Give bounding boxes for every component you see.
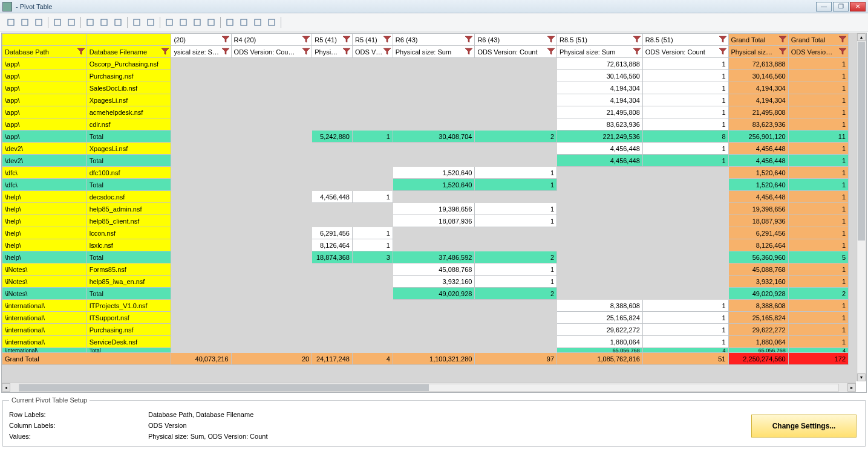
data-cell[interactable] (393, 324, 475, 336)
data-cell[interactable] (231, 118, 312, 131)
data-cell[interactable] (231, 70, 312, 82)
data-cell[interactable] (231, 336, 312, 348)
zoom-in-icon[interactable] (84, 16, 96, 28)
data-cell[interactable]: 1 (475, 276, 557, 288)
zoom-reset-icon[interactable] (112, 16, 124, 28)
data-cell[interactable]: 18,087,936 (728, 215, 788, 227)
row-path-cell[interactable]: \app\ (2, 82, 87, 94)
row-file-cell[interactable]: lccon.nsf (86, 227, 171, 239)
row-path-cell[interactable]: \dfc\ (2, 167, 87, 179)
row-path-cell[interactable]: \help\ (2, 203, 87, 215)
data-cell[interactable] (312, 118, 353, 131)
row-path-cell[interactable]: \dev2\ (2, 143, 87, 155)
data-cell[interactable] (352, 155, 393, 167)
data-cell[interactable]: 1 (642, 70, 728, 82)
data-cell[interactable] (352, 276, 393, 288)
data-cell[interactable]: 1 (475, 179, 557, 191)
close-button[interactable]: ✕ (850, 2, 866, 11)
data-cell[interactable] (231, 82, 312, 94)
column-group-header[interactable]: R6 (43) (475, 34, 557, 46)
row-path-cell[interactable]: \dfc\ (2, 179, 87, 191)
data-cell[interactable]: 1 (352, 239, 393, 251)
data-cell[interactable]: 1,520,640 (393, 167, 475, 179)
data-cell[interactable]: 5 (788, 251, 848, 263)
data-cell[interactable] (352, 203, 393, 215)
data-cell[interactable]: 1 (352, 227, 393, 239)
data-cell[interactable]: 49,020,928 (728, 288, 788, 300)
data-cell[interactable]: 30,146,560 (557, 70, 643, 82)
row-file-cell[interactable]: cdir.nsf (86, 118, 171, 131)
data-cell[interactable]: 1 (788, 58, 848, 70)
scroll-down-button[interactable]: ▾ (857, 373, 866, 381)
data-cell[interactable]: 72,613,888 (557, 58, 643, 70)
filter-icon[interactable] (161, 47, 169, 56)
minimize-button[interactable]: — (816, 2, 832, 11)
data-cell[interactable] (171, 324, 231, 336)
data-cell[interactable]: 30,408,704 (393, 131, 475, 143)
data-cell[interactable] (231, 300, 312, 312)
data-cell[interactable] (171, 167, 231, 179)
filter-icon[interactable] (383, 47, 391, 56)
data-cell[interactable]: 1 (788, 215, 848, 227)
data-cell[interactable]: 4,194,304 (557, 82, 643, 94)
data-cell[interactable]: 1 (642, 155, 728, 167)
data-cell[interactable]: 72,613,888 (728, 58, 788, 70)
data-cell[interactable]: 1 (788, 167, 848, 179)
filter-icon[interactable] (302, 35, 310, 44)
data-cell[interactable]: 45,088,768 (728, 263, 788, 276)
data-cell[interactable]: 1 (788, 336, 848, 348)
data-cell[interactable]: 1 (788, 155, 848, 167)
row-icon[interactable] (163, 16, 175, 28)
row-file-cell[interactable]: Total (86, 251, 171, 263)
chart-icon[interactable] (238, 16, 250, 28)
data-cell[interactable] (312, 58, 353, 70)
data-cell[interactable]: 6,291,456 (728, 227, 788, 239)
data-cell[interactable] (393, 118, 475, 131)
data-cell[interactable] (642, 167, 728, 179)
paste-icon[interactable] (33, 16, 45, 28)
filter-icon[interactable] (547, 47, 555, 56)
data-cell[interactable] (171, 336, 231, 348)
data-cell[interactable] (231, 348, 312, 353)
data-cell[interactable] (312, 143, 353, 155)
data-cell[interactable] (171, 82, 231, 94)
row-path-cell[interactable]: \app\ (2, 106, 87, 118)
value-column-header[interactable]: Physical size: Sum (557, 46, 643, 58)
data-cell[interactable]: 4,456,448 (728, 191, 788, 203)
column-group-header[interactable]: Grand Total (728, 34, 788, 46)
row-file-cell[interactable]: help85_iwa_en.nsf (86, 276, 171, 288)
data-cell[interactable] (231, 324, 312, 336)
data-cell[interactable]: 1 (642, 336, 728, 348)
value-column-header[interactable]: ODS V… (352, 46, 393, 58)
data-cell[interactable] (557, 203, 643, 215)
save-icon[interactable] (65, 16, 77, 28)
row-file-cell[interactable]: Purchasing.nsf (86, 324, 171, 336)
data-cell[interactable] (475, 324, 557, 336)
data-cell[interactable]: 83,623,936 (728, 118, 788, 131)
data-cell[interactable] (557, 227, 643, 239)
data-cell[interactable]: 1 (788, 324, 848, 336)
data-cell[interactable]: 1,520,640 (393, 179, 475, 191)
row-path-cell[interactable]: \international\ (2, 324, 87, 336)
data-cell[interactable] (352, 94, 393, 106)
data-cell[interactable]: 1 (475, 203, 557, 215)
data-cell[interactable] (171, 191, 231, 203)
data-cell[interactable] (231, 131, 312, 143)
row-path-cell[interactable]: \app\ (2, 94, 87, 106)
data-cell[interactable] (231, 167, 312, 179)
data-cell[interactable] (393, 348, 475, 353)
data-cell[interactable]: 1 (788, 276, 848, 288)
data-cell[interactable]: 1 (788, 70, 848, 82)
data-cell[interactable] (171, 227, 231, 239)
filter-icon[interactable] (633, 35, 641, 44)
data-cell[interactable]: 5,242,880 (312, 131, 353, 143)
data-cell[interactable]: 8,126,464 (728, 239, 788, 251)
pivot-grid[interactable]: (20)R4 (20)R5 (41)R5 (41)R6 (43)R6 (43)R… (2, 33, 856, 382)
data-cell[interactable] (642, 288, 728, 300)
row-file-cell[interactable]: XpagesLi.nsf (86, 94, 171, 106)
data-cell[interactable] (312, 288, 353, 300)
data-cell[interactable]: 3 (352, 251, 393, 263)
row-path-cell[interactable]: \international\ (2, 348, 87, 353)
data-cell[interactable] (171, 348, 231, 353)
data-cell[interactable] (642, 251, 728, 263)
